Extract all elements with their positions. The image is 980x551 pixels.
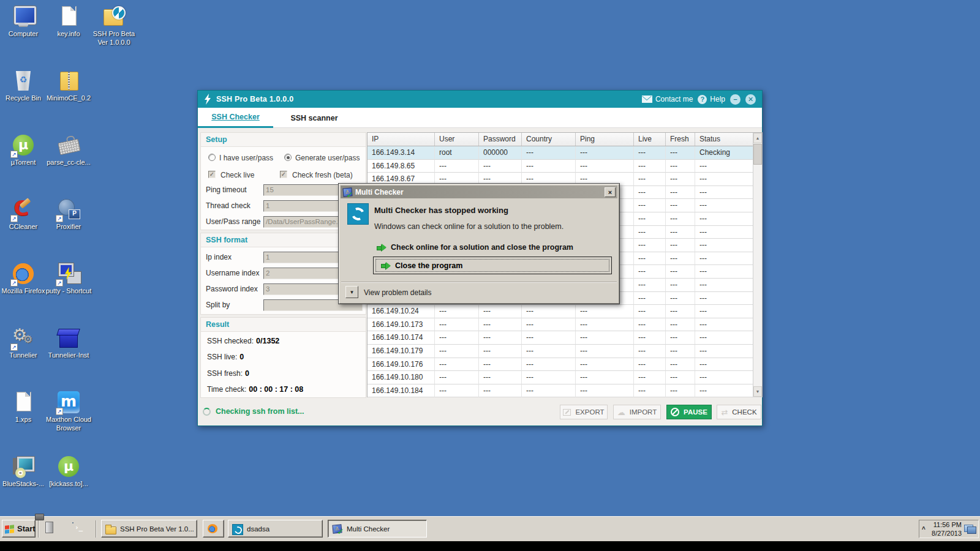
taskbar-button-multi-checker[interactable]: Multi Checker bbox=[328, 520, 427, 538]
sync-icon bbox=[232, 524, 243, 534]
table-row[interactable]: 166.149.10.176--------------------- bbox=[368, 358, 762, 372]
table-row[interactable]: 166.149.10.180--------------------- bbox=[368, 371, 762, 384]
radio-i-have-userpass[interactable] bbox=[208, 154, 216, 161]
desktop-icon-computer[interactable]: Computer bbox=[0, 5, 47, 39]
help-button[interactable]: ? Help bbox=[698, 95, 725, 104]
cell-status: --- bbox=[695, 279, 762, 292]
cell-fresh: --- bbox=[666, 239, 695, 252]
taskbar: Start SSH Pro Beta Ver 1.0...dsadsaMulti… bbox=[0, 516, 980, 541]
cell-ip: 166.149.10.176 bbox=[368, 358, 435, 372]
dialog-close-button[interactable]: × bbox=[605, 187, 616, 197]
start-button[interactable]: Start bbox=[2, 520, 36, 538]
check-button[interactable]: CHECK bbox=[717, 405, 761, 419]
check-online-command-link[interactable]: Check online for a solution and close th… bbox=[377, 243, 573, 252]
table-row[interactable]: 166.149.8.65--------------------- bbox=[368, 160, 762, 173]
desktop-icon-mozilla-firefox[interactable]: Mozilla Firefox bbox=[0, 262, 47, 296]
table-row[interactable]: 166.149.10.173--------------------- bbox=[368, 318, 762, 332]
desktop-icon-ccleaner[interactable]: CCleaner bbox=[0, 198, 47, 231]
table-row[interactable]: 166.149.10.184--------------------- bbox=[368, 384, 762, 398]
check-fresh-checkbox[interactable] bbox=[280, 171, 287, 178]
taskbar-button-ssh-pro-beta-ver-1-0[interactable]: SSH Pro Beta Ver 1.0... bbox=[101, 520, 197, 538]
import-button[interactable]: IMPORT bbox=[613, 405, 661, 419]
desktop-icon-bluestacks[interactable]: BlueStacks-... bbox=[0, 455, 47, 489]
column-header-user[interactable]: User bbox=[435, 133, 479, 146]
taskbar-button-dsadsa[interactable]: dsadsa bbox=[228, 520, 323, 538]
scroll-down-icon[interactable]: ▼ bbox=[753, 386, 762, 397]
shortcut-arrow-icon bbox=[56, 408, 63, 415]
tray-chevron-icon[interactable]: ^ bbox=[919, 526, 928, 533]
status-text: Checking ssh from list... bbox=[216, 407, 304, 416]
ccleaner-icon bbox=[12, 198, 35, 221]
desktop-icon-key-info[interactable]: key.info bbox=[45, 5, 92, 39]
export-button[interactable]: EXPORT bbox=[560, 405, 608, 419]
desktop-icon-label: MinimoCE_0.2 bbox=[45, 94, 92, 103]
desktop-icon-tunnelier[interactable]: Tunnelier bbox=[0, 326, 47, 360]
column-header-password[interactable]: Password bbox=[479, 133, 522, 146]
close-button[interactable]: ✕ bbox=[745, 94, 756, 105]
cell-ip: 166.149.8.65 bbox=[368, 160, 435, 173]
desktop-icon-maxthon-cloud-browser[interactable]: Maxthon Cloud Browser bbox=[45, 391, 92, 433]
desktop-icon-recycle-bin[interactable]: Recycle Bin bbox=[0, 69, 47, 103]
column-header-fresh[interactable]: Fresh bbox=[666, 133, 695, 146]
quicklaunch-system-tools[interactable] bbox=[44, 521, 60, 537]
cell-user: --- bbox=[435, 331, 479, 345]
taskbar-button-firefox-icon[interactable] bbox=[203, 520, 224, 538]
view-details-dropdown-button[interactable]: ▼ bbox=[345, 286, 358, 298]
export-icon bbox=[563, 409, 571, 416]
close-program-command-link[interactable]: Close the program bbox=[373, 257, 612, 274]
cell-fresh: --- bbox=[666, 292, 695, 305]
table-row[interactable]: 166.149.10.24--------------------- bbox=[368, 305, 762, 318]
error-report-icon bbox=[342, 187, 352, 197]
start-label: Start bbox=[17, 524, 36, 533]
pause-button[interactable]: PAUSE bbox=[666, 405, 712, 419]
column-header-live[interactable]: Live bbox=[634, 133, 666, 146]
check-label: CHECK bbox=[732, 408, 756, 416]
desktop-icon-1-xps[interactable]: 1.xps bbox=[0, 391, 47, 424]
scrollbar-thumb[interactable] bbox=[753, 144, 762, 165]
window-titlebar[interactable]: SSH Pro Beta 1.0.0.0 Contact me ? Help –… bbox=[198, 91, 762, 108]
table-row[interactable]: 166.149.3.14root000000------------Checki… bbox=[368, 146, 762, 160]
desktop-icon-torrent[interactable]: µTorrent bbox=[0, 133, 47, 167]
cell-password: --- bbox=[479, 160, 522, 173]
cell-country: --- bbox=[522, 318, 576, 332]
quicklaunch-powershell[interactable] bbox=[72, 522, 88, 538]
cell-fresh: --- bbox=[666, 318, 695, 332]
scroll-up-icon[interactable]: ▲ bbox=[753, 133, 762, 143]
tab-ssh-scanner[interactable]: SSH scanner bbox=[281, 108, 348, 128]
column-header-status[interactable]: Status bbox=[695, 133, 762, 146]
radio-generate-userpass-label: Generate user/pass bbox=[295, 154, 360, 162]
cell-user: root bbox=[435, 146, 479, 160]
cell-status: --- bbox=[695, 358, 762, 372]
table-row[interactable]: 166.149.10.174--------------------- bbox=[368, 331, 762, 345]
desktop-icon-parse-cc-cle[interactable]: parse_cc-cle... bbox=[45, 133, 92, 167]
table-row[interactable]: 166.149.10.179--------------------- bbox=[368, 345, 762, 358]
dialog-titlebar[interactable]: Multi Checker × bbox=[341, 186, 617, 198]
cell-live: --- bbox=[634, 173, 666, 186]
check-live-checkbox[interactable] bbox=[208, 171, 216, 178]
ssh-folder-icon bbox=[102, 5, 126, 28]
ssh-live-value: 0 bbox=[239, 353, 244, 361]
cell-fresh: --- bbox=[666, 279, 695, 292]
cell-fresh: --- bbox=[666, 305, 695, 318]
desktop-icon-putty-shortcut[interactable]: putty - Shortcut bbox=[45, 262, 92, 296]
contact-me-button[interactable]: Contact me bbox=[642, 95, 693, 103]
table-scrollbar[interactable]: ▲ ▼ bbox=[753, 133, 762, 397]
column-header-country[interactable]: Country bbox=[522, 133, 576, 146]
desktop-icon-label: Proxifier bbox=[45, 223, 92, 231]
desktop-icon-proxifier[interactable]: Proxifier bbox=[45, 198, 92, 231]
column-header-ping[interactable]: Ping bbox=[576, 133, 634, 146]
split-by-label: Split by bbox=[206, 301, 230, 309]
cell-live: --- bbox=[634, 265, 666, 279]
radio-generate-userpass[interactable] bbox=[284, 154, 292, 161]
desktop-icon-minimoce-0-2[interactable]: MinimoCE_0.2 bbox=[45, 69, 92, 103]
column-header-ip[interactable]: IP bbox=[368, 133, 435, 146]
username-index-label: Username index bbox=[206, 269, 259, 277]
tab-ssh-checker[interactable]: SSH Checker bbox=[198, 108, 273, 128]
network-tray-icon[interactable] bbox=[964, 524, 976, 534]
system-tray[interactable]: ^ 11:56 PM 8/27/2013 bbox=[919, 520, 979, 538]
minimize-button[interactable]: – bbox=[730, 94, 741, 105]
desktop-icon-ssh-pro-beta-ver-1-0-0-0[interactable]: SSH Pro Beta Ver 1.0.0.0 bbox=[91, 5, 137, 47]
desktop-icon-tunnelier-inst[interactable]: Tunnelier-Inst bbox=[45, 326, 92, 360]
cell-user: --- bbox=[435, 384, 479, 398]
desktop-icon-kickass-to[interactable]: [kickass.to]... bbox=[45, 455, 92, 489]
